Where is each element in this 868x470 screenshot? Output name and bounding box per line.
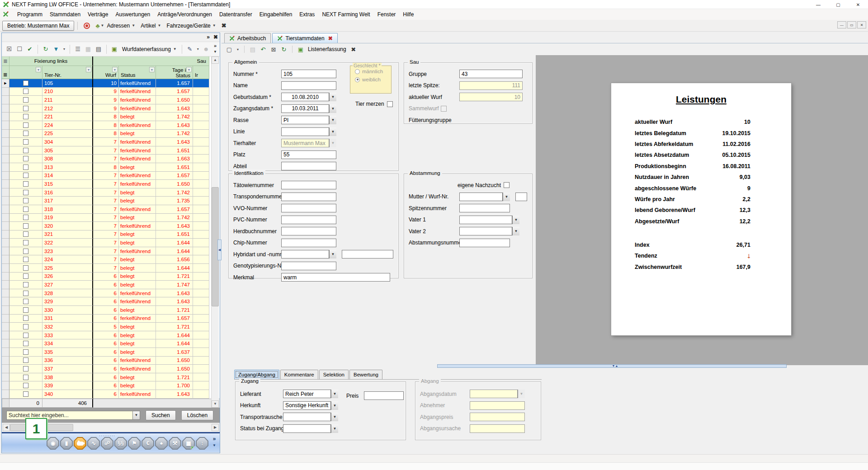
row-select-cell[interactable] xyxy=(9,348,42,357)
chevron-down-icon[interactable]: ▼ xyxy=(329,104,336,113)
refresh-icon[interactable]: ↻ xyxy=(280,45,288,53)
column-select[interactable]: ▼ xyxy=(9,66,42,79)
table-row[interactable]: 3386belegt1.721 xyxy=(2,373,220,382)
cell-wurf[interactable]: 7 xyxy=(93,146,119,155)
cell-partial[interactable] xyxy=(193,79,209,88)
table-row[interactable]: 2109ferkelführend1.657 xyxy=(2,88,220,96)
cell-tage-im-status[interactable]: 1.721 xyxy=(156,323,193,331)
tab-tierstammdaten[interactable]: Tierstammdaten✖ xyxy=(272,33,337,43)
row-checkbox[interactable] xyxy=(23,80,28,86)
menu-auswertungen[interactable]: Auswertungen xyxy=(112,10,154,19)
toolbar-overflow-icon[interactable]: »▼ xyxy=(213,43,217,55)
row-checkbox[interactable] xyxy=(23,341,28,346)
select-none-icon[interactable]: ☐ xyxy=(15,45,24,54)
cell-tier-nr[interactable]: 316 xyxy=(42,188,93,197)
field-herdbuchnummer[interactable] xyxy=(281,227,336,235)
menu-programm[interactable]: Programm xyxy=(14,10,46,19)
cell-partial[interactable] xyxy=(193,222,209,230)
panel-collapse-handle[interactable]: ◀ xyxy=(217,240,222,260)
cell-partial[interactable] xyxy=(193,264,209,273)
close-tab-icon[interactable]: ✖ xyxy=(328,35,333,42)
cell-wurf[interactable]: 6 xyxy=(93,281,119,289)
row-select-cell[interactable] xyxy=(9,281,42,289)
cell-partial[interactable] xyxy=(193,96,209,104)
cell-tier-nr[interactable]: 331 xyxy=(42,315,93,323)
cell-status[interactable]: belegt xyxy=(119,214,156,222)
cell-tage-im-status[interactable]: 1.644 xyxy=(156,331,193,340)
cell-partial[interactable] xyxy=(193,247,209,256)
radio-maennlich[interactable]: männlich xyxy=(355,69,391,74)
cell-tage-im-status[interactable]: 1.747 xyxy=(156,281,193,289)
chevron-down-icon[interactable]: ▼ xyxy=(329,93,336,101)
row-checkbox[interactable] xyxy=(23,307,28,313)
cell-wurf[interactable]: 8 xyxy=(93,121,119,130)
tab-selektion[interactable]: Selektion xyxy=(319,370,349,379)
cell-tage-im-status[interactable]: 1.651 xyxy=(156,163,193,172)
transfer-icon[interactable]: ↕ xyxy=(196,437,208,450)
row-select-cell[interactable] xyxy=(9,121,42,130)
cell-tier-nr[interactable]: 339 xyxy=(42,381,93,390)
menu-extras[interactable]: Extras xyxy=(296,10,318,19)
mdi-minimize-button[interactable]: — xyxy=(837,21,846,28)
field-spitzennummer[interactable] xyxy=(459,204,510,212)
row-select-cell[interactable] xyxy=(9,373,42,382)
row-checkbox[interactable] xyxy=(23,249,28,254)
field-aktueller-wurf[interactable]: 10 xyxy=(459,93,523,101)
entry-form-icon[interactable]: ▣ xyxy=(110,45,119,54)
row-select-cell[interactable] xyxy=(9,180,42,188)
cell-tage-im-status[interactable]: 1.663 xyxy=(156,155,193,163)
chevron-down-icon[interactable]: ▼ xyxy=(132,411,140,419)
row-checkbox[interactable] xyxy=(23,391,28,397)
cell-tier-nr[interactable]: 334 xyxy=(42,339,93,348)
cell-partial[interactable] xyxy=(193,381,209,390)
cell-tage-im-status[interactable]: 1.742 xyxy=(156,130,193,138)
suchen-button[interactable]: Suchen xyxy=(146,410,176,420)
structure-icon[interactable]: ⚑ xyxy=(128,437,141,450)
cell-partial[interactable] xyxy=(193,205,209,214)
table-row[interactable]: 3187ferkelführend1.657 xyxy=(2,205,220,214)
horizontal-splitter[interactable]: ▼▲ xyxy=(437,364,787,368)
cell-tier-nr[interactable]: 329 xyxy=(42,297,93,306)
filter-icon[interactable]: ▼ xyxy=(112,67,118,72)
table-row[interactable]: 2248ferkelführend1.643 xyxy=(2,121,220,130)
table-row[interactable]: 3325belegt1.721 xyxy=(2,323,220,331)
column-tier-nr[interactable]: Tier-Nr.▼ xyxy=(42,66,93,79)
row-select-cell[interactable] xyxy=(9,331,42,340)
cell-status[interactable]: belegt xyxy=(119,188,156,197)
cell-wurf[interactable]: 6 xyxy=(93,331,119,340)
cell-partial[interactable] xyxy=(193,146,209,155)
cell-partial[interactable] xyxy=(193,273,209,281)
cell-tage-im-status[interactable]: 1.644 xyxy=(156,339,193,348)
scroll-right-icon[interactable]: ▶ xyxy=(212,424,219,431)
delete-record-icon[interactable]: ⊠ xyxy=(269,45,278,53)
chevron-down-icon[interactable]: ▼ xyxy=(512,227,519,235)
cell-partial[interactable] xyxy=(193,297,209,306)
field-abnehmer[interactable] xyxy=(470,401,525,410)
cell-partial[interactable] xyxy=(193,331,209,340)
cell-tier-nr[interactable]: 224 xyxy=(42,121,93,130)
row-select-cell[interactable] xyxy=(9,381,42,390)
table-row[interactable]: 3366ferkelführend1.650 xyxy=(2,357,220,365)
wurfdatenerfassung-dropdown[interactable]: Wurfdatenerfassung▼ xyxy=(120,46,179,52)
cell-status[interactable]: belegt xyxy=(119,197,156,205)
row-checkbox[interactable] xyxy=(23,349,28,355)
field-pvc-nummer[interactable] xyxy=(281,216,336,224)
chevron-down-icon[interactable]: ▼ xyxy=(512,216,519,224)
cell-status[interactable]: ferkelführend xyxy=(119,172,156,180)
table-row[interactable]: 2218belegt1.742 xyxy=(2,113,220,121)
hierarchy-tree-icon[interactable]: ♣ xyxy=(95,22,99,29)
tab-bewertung[interactable]: Bewertung xyxy=(349,370,382,379)
row-select-cell[interactable] xyxy=(9,255,42,264)
cell-status[interactable]: ferkelführend xyxy=(119,297,156,306)
cell-wurf[interactable]: 6 xyxy=(93,365,119,373)
field-abgangsdatum[interactable]: ▼ xyxy=(470,390,525,398)
new-record-dropdown-icon[interactable]: ▾ xyxy=(236,45,240,53)
scroll-up-icon[interactable]: ▲ xyxy=(212,56,219,64)
row-checkbox[interactable] xyxy=(23,114,28,119)
row-select-cell[interactable] xyxy=(9,188,42,197)
cell-partial[interactable] xyxy=(193,188,209,197)
cell-partial[interactable] xyxy=(193,323,209,331)
betrieb-button[interactable]: Betrieb: Mustermann Max xyxy=(2,21,74,31)
cell-tier-nr[interactable]: 335 xyxy=(42,348,93,357)
menu-vertr-ge[interactable]: Verträge xyxy=(84,10,112,19)
